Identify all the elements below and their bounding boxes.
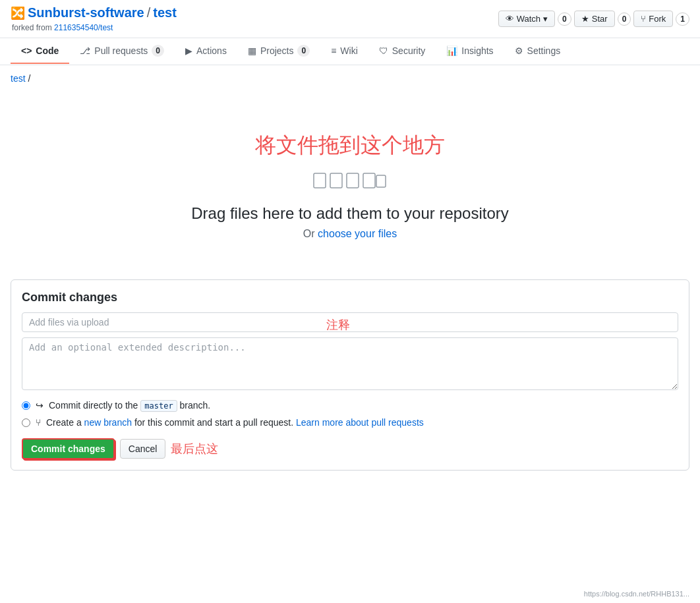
- tab-security[interactable]: 🛡 Security: [368, 39, 436, 64]
- insights-icon: 📊: [446, 45, 457, 56]
- tab-actions[interactable]: ▶ Actions: [175, 39, 237, 64]
- tab-settings[interactable]: ⚙ Settings: [504, 39, 571, 64]
- svg-rect-2: [347, 173, 359, 188]
- forked-from: forked from 2116354540/test: [12, 23, 177, 32]
- choose-files-link[interactable]: choose your files: [318, 228, 397, 239]
- eye-icon: 👁: [506, 14, 514, 24]
- commit-options: ↪ Commit directly to the master branch. …: [22, 400, 678, 428]
- upload-subtitle: Drag files here to add them to your repo…: [13, 204, 687, 223]
- projects-icon: ▦: [248, 45, 256, 56]
- tab-code[interactable]: <> Code: [11, 39, 69, 64]
- actions-icon: ▶: [185, 45, 192, 56]
- upload-or: Or choose your files: [13, 228, 687, 240]
- commit-option-branch: ⑂ Create a new branch for this commit an…: [22, 417, 678, 428]
- pr-badge: 0: [152, 45, 164, 57]
- repo-nav: <> Code ⎇ Pull requests 0 ▶ Actions ▦ Pr…: [0, 38, 700, 65]
- header-actions: 👁 Watch ▾ 0 ★ Star 0 ⑂ Fork 1: [498, 11, 689, 27]
- upload-title: 将文件拖到这个地方: [13, 131, 687, 160]
- breadcrumb-separator: /: [28, 73, 30, 84]
- upload-icons: [13, 171, 687, 194]
- watch-count: 0: [558, 13, 571, 26]
- commit-branch-radio[interactable]: [22, 418, 30, 427]
- org-icon: 🔀: [11, 6, 25, 20]
- commit-section-title: Commit changes: [22, 291, 678, 304]
- fork-count: 1: [676, 13, 689, 26]
- commit-summary-input[interactable]: [22, 312, 678, 332]
- forked-from-link[interactable]: 2116354540/test: [54, 23, 113, 32]
- branch-name: master: [140, 400, 177, 412]
- commit-direct-radio[interactable]: [22, 401, 30, 410]
- svg-rect-4: [376, 175, 386, 187]
- fork-button[interactable]: ⑂ Fork: [633, 11, 673, 27]
- learn-more-link[interactable]: Learn more about pull requests: [296, 417, 424, 428]
- wiki-icon: ≡: [331, 45, 336, 56]
- new-branch-link[interactable]: new branch: [84, 417, 132, 428]
- commit-actions: Commit changes Cancel 最后点这: [22, 438, 678, 459]
- breadcrumb: test /: [0, 65, 700, 92]
- settings-icon: ⚙: [515, 45, 523, 56]
- tab-insights[interactable]: 📊 Insights: [436, 39, 504, 64]
- repo-separator: /: [147, 5, 151, 20]
- commit-direct-icon: ↪: [36, 400, 44, 411]
- star-icon: ★: [581, 14, 589, 24]
- cancel-button[interactable]: Cancel: [120, 439, 166, 459]
- star-button[interactable]: ★ Star: [574, 11, 615, 27]
- tab-wiki[interactable]: ≡ Wiki: [320, 39, 368, 64]
- upload-area: 将文件拖到这个地方 Drag files here to add them to…: [0, 92, 700, 266]
- pr-icon: ⎇: [80, 45, 90, 56]
- commit-section: Commit changes 注释 ↪ Commit directly to t…: [11, 279, 689, 471]
- commit-summary-row: 注释: [22, 312, 678, 337]
- watch-dropdown-icon: ▾: [543, 14, 548, 24]
- security-icon: 🛡: [379, 45, 388, 56]
- tab-projects[interactable]: ▦ Projects 0: [237, 38, 320, 65]
- repo-link[interactable]: test: [153, 5, 177, 20]
- star-count: 0: [618, 13, 631, 26]
- svg-rect-1: [330, 173, 342, 188]
- page-header: 🔀 Sunburst-software / test forked from 2…: [0, 0, 700, 38]
- commit-description-textarea[interactable]: [22, 337, 678, 390]
- commit-option-direct: ↪ Commit directly to the master branch.: [22, 400, 678, 412]
- projects-badge: 0: [297, 45, 310, 57]
- tab-pull-requests[interactable]: ⎇ Pull requests 0: [69, 38, 175, 65]
- last-annotation: 最后点这: [171, 441, 218, 457]
- commit-changes-button[interactable]: Commit changes: [22, 438, 115, 459]
- org-link[interactable]: Sunburst-software: [28, 5, 144, 20]
- breadcrumb-repo[interactable]: test: [11, 73, 26, 84]
- svg-rect-0: [314, 173, 326, 188]
- watch-button[interactable]: 👁 Watch ▾: [498, 11, 555, 27]
- svg-rect-3: [363, 173, 375, 188]
- branch-icon: ⑂: [36, 417, 41, 428]
- code-icon: <>: [21, 45, 32, 56]
- repo-title: 🔀 Sunburst-software / test: [11, 5, 177, 20]
- fork-icon: ⑂: [641, 14, 646, 24]
